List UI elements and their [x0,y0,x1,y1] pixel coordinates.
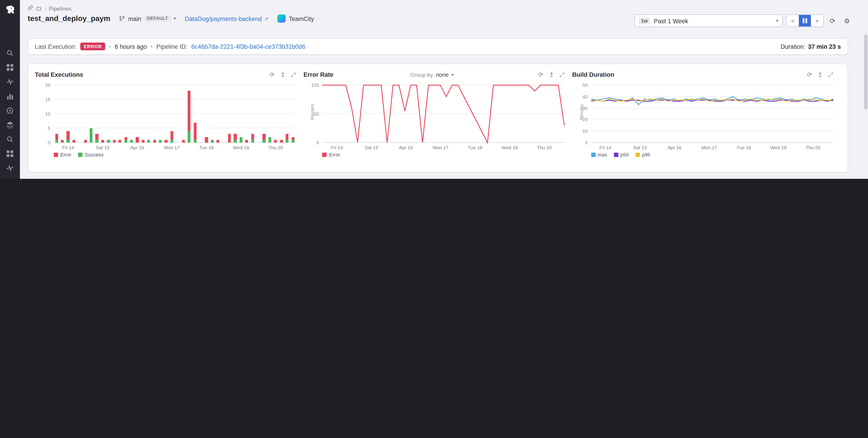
x-tick-label: Wed 19 [770,145,786,150]
scrollbar-thumb[interactable] [864,34,868,109]
x-tick-label: Fri 14 [62,145,74,150]
apm-icon[interactable] [6,149,14,158]
datadog-logo-icon[interactable] [4,4,16,17]
legend-item[interactable]: Error [54,152,71,157]
x-tick-label: Fri 14 [599,145,612,150]
refresh-button[interactable]: ⟳ [827,14,838,27]
legend-label: Error [60,152,71,157]
skip-back-button[interactable]: « [786,15,799,26]
legend-label: Error [329,152,340,157]
bar-segment [147,140,150,143]
duration-value: 37 min 23 s [808,43,841,50]
bar-segment [251,134,254,140]
repo-link[interactable]: DataDog/payments-backend ↗ [185,15,268,22]
Error-line [322,85,564,143]
total-executions-plot[interactable]: 05101520 [54,85,296,143]
legend-item[interactable]: p50 [614,152,629,157]
x-tick-label: Thu 20 [537,145,552,150]
ci-pipelines-icon[interactable] [6,178,14,179]
bar-segment [188,131,191,143]
group-by-value: none [436,71,449,78]
main-content: CI › Pipelines test_and_deploy_paym main… [20,0,868,179]
line-series [591,85,833,143]
settings-gear-button[interactable]: ⚙ [841,14,852,27]
dot-separator: • [151,43,153,49]
monitors-icon[interactable] [6,106,14,114]
legend-swatch [591,153,596,157]
execution-time-ago: 6 hours ago [115,43,147,50]
bar-segment [67,140,70,143]
export-icon[interactable]: ↥ [280,72,285,78]
notebooks-icon[interactable] [6,164,14,172]
refresh-icon[interactable]: ⟳ [270,72,275,78]
provider: TeamCity [277,14,314,23]
branch-selector[interactable]: main DEFAULT ▾ [119,15,176,22]
bar-segment [228,134,231,143]
legend: ErrorSuccess [54,152,296,157]
caret-down-icon: ▾ [776,18,778,23]
x-tick-label: Mon 17 [702,145,717,150]
integrations-icon[interactable] [6,135,14,143]
search-icon[interactable] [6,49,14,57]
group-by-label: Group by [410,72,433,78]
branch-name: main [128,15,141,22]
chart-title: Error Rate [304,71,333,78]
bar-segment [217,140,219,143]
bar-segment [286,134,289,140]
chart-header: Error Rate Group by none ▾ ⟳ ↥ ⤢ [304,70,564,80]
expand-icon[interactable]: ⤢ [828,72,833,78]
branch-icon [119,15,125,22]
time-range-label: Past 1 Week [654,18,772,24]
bar-segment [124,137,127,140]
infrastructure-icon[interactable] [6,77,14,86]
breadcrumb-separator-icon: › [44,5,46,11]
bar-segment [170,140,174,143]
last-execution-label: Last Execution: [35,43,76,50]
pipeline-id-link[interactable]: 6c46b7da-2221-4f3b-ba04-ce373b31b0d6 [191,43,305,50]
time-controls: 1w Past 1 Week ▾ « » ⟳ ⚙ [634,14,852,27]
y-tick-label: 5 [48,126,51,131]
group-by-control[interactable]: Group by none ▾ [410,71,454,78]
legend-item[interactable]: p95 [636,152,650,157]
legend-item[interactable]: Error [322,152,340,157]
pause-button[interactable] [799,15,811,26]
last-execution-bar: Last Execution: ERROR • 6 hours ago • Pi… [28,38,848,55]
legend-swatch [636,153,640,157]
x-axis: Fri 14Sat 15Apr 16Mon 17Tue 18Wed 19Thu … [322,143,564,150]
sidebar: ? [0,0,20,179]
refresh-icon[interactable]: ⟳ [807,72,812,78]
error-rate-plot[interactable]: 050100Percent [322,85,564,143]
skip-forward-button[interactable]: » [811,15,823,26]
expand-icon[interactable]: ⤢ [559,72,564,78]
provider-name: TeamCity [289,15,314,22]
refresh-icon[interactable]: ⟳ [538,72,544,78]
legend-swatch [614,153,618,157]
legend-item[interactable]: max [591,152,607,157]
build-duration-plot[interactable]: 01020304050Minutes [591,85,833,143]
export-icon[interactable]: ↥ [817,72,823,78]
page-scrollbar [864,0,868,179]
x-axis: Fri 14Sat 15Apr 16Mon 17Tue 18Wed 19Thu … [54,143,296,150]
legend-item[interactable]: Success [78,152,103,157]
legend-swatch [78,153,83,157]
x-tick-label: Fri 14 [331,145,343,150]
caret-down-icon: ▾ [174,16,176,21]
y-tick-label: 15 [45,97,51,102]
gridline [54,99,296,99]
external-link-icon: ↗ [264,16,268,21]
breadcrumb-pipelines[interactable]: Pipelines [49,5,71,11]
pause-icon [803,18,804,23]
time-range-picker[interactable]: 1w Past 1 Week ▾ [634,14,783,27]
x-tick-label: Mon 17 [433,145,448,150]
metrics-icon[interactable] [6,121,14,129]
dashboards-icon[interactable] [6,92,14,100]
export-icon[interactable]: ↥ [549,72,554,78]
x-tick-label: Mon 17 [164,145,180,150]
bar-segment [263,134,266,140]
breadcrumb-ci[interactable]: CI [36,5,41,11]
bar-segment [95,140,98,143]
expand-icon[interactable]: ⤢ [291,72,296,78]
bar-segment [124,140,127,143]
breadcrumb: CI › Pipelines [28,5,71,11]
host-map-icon[interactable] [6,63,14,71]
